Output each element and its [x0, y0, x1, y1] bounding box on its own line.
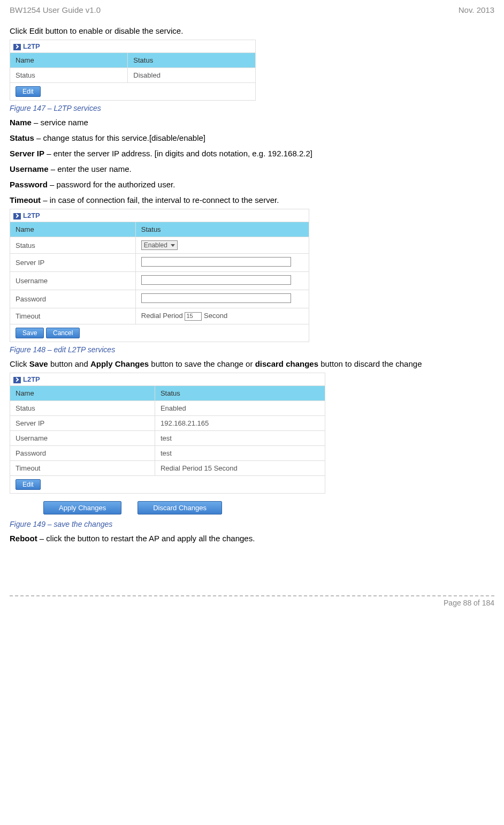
row-label-password: Password	[10, 290, 136, 308]
figure-148-caption: Figure 148 – edit L2TP services	[10, 345, 494, 354]
def-reboot: Reboot – click the button to restart the…	[10, 533, 494, 544]
edit-button[interactable]: Edit	[16, 86, 41, 97]
figure-147-caption: Figure 147 – L2TP services	[10, 104, 494, 112]
password-input[interactable]	[141, 293, 291, 303]
col-name: Name	[10, 53, 128, 68]
chevron-down-icon	[171, 244, 175, 247]
apply-changes-button[interactable]: Apply Changes	[43, 501, 121, 514]
save-button[interactable]: Save	[16, 328, 44, 338]
row-value-status: Disabled	[128, 68, 256, 83]
intro-paragraph: Click Edit button to enable or disable t…	[10, 25, 494, 36]
row-value-status: Enabled	[155, 401, 325, 416]
row-label-timeout: Timeout	[10, 461, 155, 476]
row-label-password: Password	[10, 446, 155, 461]
figure-149-caption: Figure 149 – save the changes	[10, 520, 494, 528]
doc-date: Nov. 2013	[459, 5, 494, 14]
row-value-timeout: Redial Period 15 Second	[135, 308, 309, 324]
row-value-serverip: 192.168.21.165	[155, 416, 325, 431]
doc-title: BW1254 User Guide v1.0	[10, 5, 101, 14]
row-label-status: Status	[10, 68, 128, 83]
l2tp-table-saved: L2TP Name Status StatusEnabled Server IP…	[10, 373, 325, 494]
col-status: Status	[155, 386, 325, 401]
def-password: Password – password for the authorized u…	[10, 179, 494, 190]
row-value-username: test	[155, 431, 325, 446]
def-timeout: Timeout – in case of connection fail, th…	[10, 194, 494, 206]
col-name: Name	[10, 386, 155, 401]
def-serverip: Server IP – enter the server IP address.…	[10, 148, 494, 159]
col-status: Status	[135, 222, 309, 237]
row-value-status: Enabled	[135, 237, 309, 254]
page-number: Page 88 of 184	[0, 596, 504, 612]
col-status: Status	[128, 53, 256, 68]
timeout-input[interactable]: 15	[185, 312, 202, 321]
col-name: Name	[10, 222, 136, 237]
l2tp-table-disabled: L2TP Name Status Status Disabled Edit	[10, 40, 256, 101]
row-label-status: Status	[10, 401, 155, 416]
def-status: Status – change status for this service.…	[10, 132, 494, 143]
table-title: L2TP	[23, 42, 40, 50]
table-title: L2TP	[23, 375, 40, 383]
row-label-serverip: Server IP	[10, 254, 136, 272]
l2tp-icon	[13, 44, 21, 50]
edit-button[interactable]: Edit	[16, 479, 41, 490]
l2tp-icon	[13, 213, 21, 220]
l2tp-icon	[13, 377, 21, 383]
row-value-timeout: Redial Period 15 Second	[155, 461, 325, 476]
row-label-serverip: Server IP	[10, 416, 155, 431]
table-title: L2TP	[23, 211, 40, 220]
row-label-username: Username	[10, 272, 136, 290]
username-input[interactable]	[141, 275, 291, 285]
row-value-password: test	[155, 446, 325, 461]
save-paragraph: Click Save button and Apply Changes butt…	[10, 358, 494, 369]
row-label-username: Username	[10, 431, 155, 446]
row-label-status: Status	[10, 237, 136, 254]
serverip-input[interactable]	[141, 257, 291, 267]
row-label-timeout: Timeout	[10, 308, 136, 324]
status-select[interactable]: Enabled	[141, 240, 178, 250]
def-username: Username – enter the user name.	[10, 163, 494, 175]
discard-changes-button[interactable]: Discard Changes	[138, 501, 222, 514]
def-name: Name – service name	[10, 117, 494, 128]
l2tp-table-edit: L2TP Name Status Status Enabled Server I…	[10, 209, 309, 342]
cancel-button[interactable]: Cancel	[46, 328, 80, 338]
